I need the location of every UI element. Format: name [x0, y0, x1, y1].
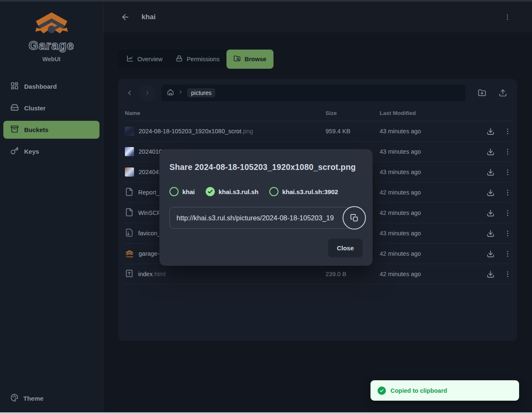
file-extension: .html	[153, 271, 166, 277]
share-modal-footer: Close	[169, 239, 363, 257]
row-menu-button[interactable]	[504, 269, 512, 279]
keys-icon	[10, 147, 19, 156]
back-button[interactable]	[120, 12, 131, 22]
share-option-khai-s3-3902[interactable]: khai.s3.rul.sh:3902	[269, 187, 338, 196]
column-header-name: Name	[125, 110, 326, 116]
home-icon[interactable]	[167, 89, 174, 97]
horizontal-scrollbar[interactable]	[0, 412, 532, 414]
dashboard-icon	[10, 82, 19, 91]
tab-browse[interactable]: Browse	[226, 50, 273, 69]
sidebar-nav: Dashboard Cluster Buckets Keys	[0, 77, 103, 160]
file-name: 2024-08-18-105203_1920x1080_scrot	[139, 128, 241, 135]
share-modal: Share 2024-08-18-105203_1920x1080_scrot.…	[159, 149, 373, 266]
file-icon	[125, 208, 134, 218]
kebab-menu-icon	[504, 127, 512, 135]
history-back-button[interactable]	[124, 87, 135, 98]
share-option-khai-s3[interactable]: khai.s3.rul.sh	[206, 187, 259, 196]
share-url-input[interactable]	[169, 207, 355, 229]
buckets-icon	[10, 125, 19, 135]
table-row: index.html 239.0 B 42 minutes ago	[124, 264, 511, 284]
lock-icon	[176, 55, 183, 63]
kebab-menu-icon	[504, 250, 512, 258]
download-button[interactable]	[486, 208, 495, 217]
sidebar-item-dashboard[interactable]: Dashboard	[3, 77, 99, 95]
row-menu-button[interactable]	[504, 147, 512, 156]
share-option-label: khai.s3.rul.sh	[219, 188, 259, 195]
chevron-right-icon	[144, 89, 151, 97]
download-icon	[487, 229, 495, 237]
arrow-left-icon	[121, 12, 130, 22]
download-button[interactable]	[486, 127, 495, 136]
new-folder-button[interactable]	[477, 88, 487, 98]
sidebar-item-cluster[interactable]: Cluster	[3, 99, 99, 117]
file-modified: 43 minutes ago	[380, 148, 486, 155]
cluster-icon	[10, 103, 19, 113]
column-header-modified: Last Modified	[380, 110, 486, 116]
garage-logo-icon	[34, 11, 69, 37]
file-size: 239.0 B	[326, 271, 380, 277]
download-button[interactable]	[486, 188, 495, 197]
file-modified: 43 minutes ago	[380, 230, 486, 237]
sidebar-item-buckets[interactable]: Buckets	[3, 121, 99, 139]
download-button[interactable]	[486, 269, 495, 279]
app-subtitle: WebUI	[42, 56, 60, 62]
folder-plus-icon	[478, 89, 486, 97]
bucket-tabs: Overview Permissions Browse	[118, 50, 268, 69]
history-forward-button[interactable]	[139, 85, 156, 101]
download-button[interactable]	[486, 147, 495, 156]
upload-icon	[499, 89, 507, 97]
file-thumbnail	[125, 127, 134, 136]
upload-button[interactable]	[498, 88, 508, 98]
download-button[interactable]	[486, 167, 495, 177]
chevron-left-icon	[126, 89, 133, 97]
share-host-options: khai khai.s3.rul.sh khai.s3.rul.sh:3902	[169, 187, 363, 196]
check-circle-icon	[378, 387, 386, 395]
share-option-label: khai	[182, 188, 195, 195]
row-menu-button[interactable]	[504, 229, 512, 238]
kebab-menu-icon	[504, 189, 512, 197]
sidebar-item-label: Dashboard	[24, 83, 57, 90]
kebab-menu-icon	[504, 13, 511, 21]
garage-logo-thumbnail: Garage	[125, 249, 134, 258]
download-icon	[487, 270, 495, 278]
row-menu-button[interactable]	[504, 127, 512, 136]
browse-toolbar: pictures	[124, 85, 511, 101]
file-modified: 42 minutes ago	[380, 271, 486, 277]
tab-label: Browse	[244, 56, 266, 62]
copy-url-button[interactable]	[343, 206, 366, 229]
table-row: 2024-08-18-105203_1920x1080_scrot.png 95…	[124, 121, 511, 142]
toast-message: Copied to clipboard	[390, 387, 447, 394]
file-type-icon	[125, 269, 134, 279]
folder-search-icon	[234, 55, 241, 63]
breadcrumb: pictures	[162, 85, 465, 101]
file-thumbnail	[125, 167, 134, 177]
row-menu-button[interactable]	[504, 188, 512, 197]
sidebar-footer: Theme	[0, 390, 103, 412]
bucket-menu-button[interactable]	[502, 12, 513, 22]
download-icon	[487, 189, 495, 197]
download-button[interactable]	[486, 249, 495, 258]
file-modified: 43 minutes ago	[380, 169, 486, 175]
tab-label: Permissions	[186, 56, 219, 62]
breadcrumb-folder-pictures[interactable]: pictures	[187, 88, 215, 97]
download-icon	[487, 250, 495, 258]
file-modified: 42 minutes ago	[380, 209, 486, 216]
bucket-title: khai	[142, 13, 156, 21]
row-menu-button[interactable]	[504, 208, 512, 217]
theme-button[interactable]: Theme	[3, 390, 99, 407]
tab-permissions[interactable]: Permissions	[169, 52, 226, 67]
radio-unchecked-icon	[169, 187, 179, 196]
row-menu-button[interactable]	[504, 167, 512, 177]
toolbar-actions	[477, 88, 511, 98]
sidebar-item-keys[interactable]: Keys	[3, 142, 99, 160]
share-option-khai[interactable]: khai	[169, 187, 195, 196]
bucket-header: khai	[103, 2, 532, 32]
favicon-file-icon	[125, 228, 134, 239]
row-menu-button[interactable]	[504, 249, 512, 258]
toast-notification: Copied to clipboard	[370, 380, 519, 401]
close-button[interactable]: Close	[328, 239, 363, 257]
sidebar-item-label: Keys	[24, 148, 39, 155]
tab-overview[interactable]: Overview	[120, 52, 169, 67]
file-name: index	[138, 271, 153, 277]
download-button[interactable]	[486, 229, 495, 238]
